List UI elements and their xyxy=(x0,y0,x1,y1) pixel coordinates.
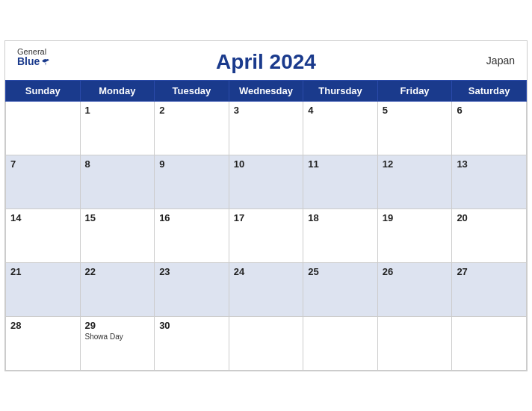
calendar-cell: 28 xyxy=(6,316,81,370)
day-number: 14 xyxy=(10,212,21,223)
logo-blue: Blue xyxy=(17,56,40,67)
calendar-cell: 21 xyxy=(6,262,81,316)
day-number: 2 xyxy=(159,105,164,116)
header-friday: Friday xyxy=(377,80,452,101)
calendar-cell: 18 xyxy=(303,208,378,262)
calendar-cell: 10 xyxy=(229,155,303,208)
calendar-wrapper: General Blue April 2024 Japan Sunday Mon… xyxy=(4,40,528,371)
day-number: 16 xyxy=(159,212,170,223)
calendar-cell: 11 xyxy=(303,155,378,208)
calendar-cell: 20 xyxy=(452,208,527,262)
day-number: 4 xyxy=(308,105,313,116)
calendar-cell: 7 xyxy=(6,155,81,208)
day-number: 3 xyxy=(234,105,239,116)
calendar-week-row: 123456 xyxy=(6,101,527,155)
calendar-cell: 30 xyxy=(155,316,229,370)
calendar-header: General Blue April 2024 Japan xyxy=(5,41,527,80)
day-number: 10 xyxy=(234,158,244,170)
day-number: 29 xyxy=(85,320,96,331)
logo-general: General xyxy=(17,47,46,56)
day-number: 12 xyxy=(383,158,393,170)
calendar-cell: 27 xyxy=(452,262,527,316)
calendar-cell: 23 xyxy=(155,262,229,316)
day-number: 8 xyxy=(85,158,90,170)
calendar-cell xyxy=(303,316,378,370)
calendar-cell xyxy=(6,101,81,155)
calendar-cell: 13 xyxy=(452,155,527,208)
calendar-grid: Sunday Monday Tuesday Wednesday Thursday… xyxy=(5,80,527,371)
day-number: 26 xyxy=(383,266,393,277)
calendar-cell xyxy=(229,316,303,370)
calendar-cell: 22 xyxy=(80,262,155,316)
calendar-cell: 3 xyxy=(229,101,303,155)
calendar-cell: 24 xyxy=(229,262,303,316)
header-thursday: Thursday xyxy=(303,80,378,101)
weekday-header-row: Sunday Monday Tuesday Wednesday Thursday… xyxy=(6,80,527,101)
calendar-cell: 8 xyxy=(80,155,155,208)
calendar-week-row: 21222324252627 xyxy=(6,262,527,316)
day-number: 15 xyxy=(85,212,96,223)
header-tuesday: Tuesday xyxy=(155,80,229,101)
calendar-week-row: 78910111213 xyxy=(6,155,527,208)
header-sunday: Sunday xyxy=(6,80,81,101)
day-number: 24 xyxy=(234,266,244,277)
calendar-cell: 14 xyxy=(6,208,81,262)
calendar-week-row: 2829Showa Day30 xyxy=(6,316,527,370)
day-number: 23 xyxy=(159,266,170,277)
day-number: 1 xyxy=(85,105,90,116)
calendar-cell: 19 xyxy=(377,208,452,262)
day-number: 20 xyxy=(457,212,467,223)
calendar-cell: 2 xyxy=(155,101,229,155)
day-number: 17 xyxy=(234,212,244,223)
calendar-cell: 26 xyxy=(377,262,452,316)
calendar-title: April 2024 xyxy=(216,50,316,74)
day-number: 13 xyxy=(457,158,467,170)
day-number: 22 xyxy=(85,266,96,277)
day-number: 18 xyxy=(308,212,318,223)
calendar-cell: 6 xyxy=(452,101,527,155)
holiday-name: Showa Day xyxy=(85,333,150,341)
day-number: 28 xyxy=(10,320,21,331)
country-label: Japan xyxy=(486,55,515,67)
calendar-cell: 1 xyxy=(80,101,155,155)
logo: General Blue xyxy=(17,47,46,67)
calendar-cell: 16 xyxy=(155,208,229,262)
calendar-cell xyxy=(377,316,452,370)
day-number: 21 xyxy=(10,266,21,277)
calendar-cell: 5 xyxy=(377,101,452,155)
calendar-cell: 15 xyxy=(80,208,155,262)
calendar-cell: 4 xyxy=(303,101,378,155)
day-number: 9 xyxy=(159,158,164,170)
calendar-cell xyxy=(452,316,527,370)
day-number: 7 xyxy=(10,158,16,170)
calendar-week-row: 14151617181920 xyxy=(6,208,527,262)
calendar-cell: 17 xyxy=(229,208,303,262)
calendar-cell: 9 xyxy=(155,155,229,208)
calendar-cell: 29Showa Day xyxy=(80,316,155,370)
calendar-cell: 12 xyxy=(377,155,452,208)
day-number: 6 xyxy=(457,105,462,116)
day-number: 30 xyxy=(159,320,170,331)
day-number: 19 xyxy=(383,212,393,223)
day-number: 25 xyxy=(308,266,318,277)
header-saturday: Saturday xyxy=(452,80,527,101)
day-number: 5 xyxy=(383,105,388,116)
calendar-cell: 25 xyxy=(303,262,378,316)
header-wednesday: Wednesday xyxy=(229,80,303,101)
header-monday: Monday xyxy=(80,80,155,101)
day-number: 27 xyxy=(457,266,467,277)
day-number: 11 xyxy=(308,158,318,170)
logo-bird-icon xyxy=(41,58,50,67)
